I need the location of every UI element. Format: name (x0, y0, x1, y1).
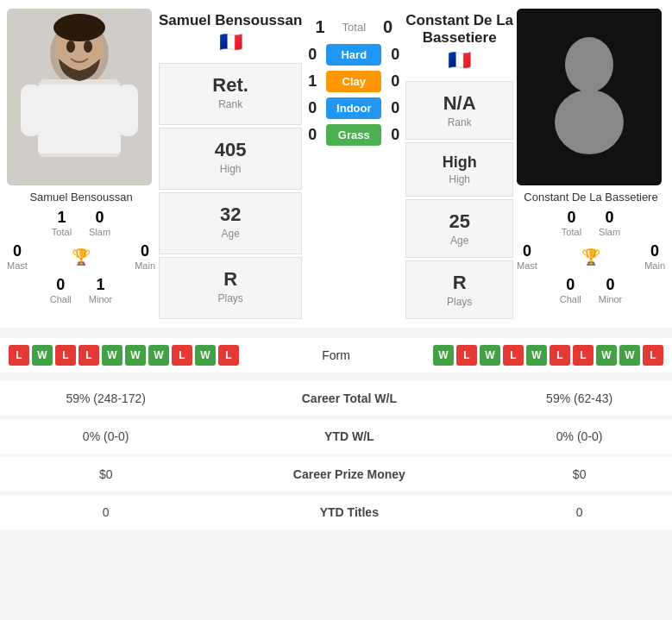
player1-top-stats: 1 Total 0 Slam (7, 209, 155, 237)
player1-minor-stat: 1 Minor (89, 276, 113, 304)
player1-age-lbl: Age (166, 228, 294, 240)
player1-trophy: 🏆 (72, 242, 91, 271)
player2-photo-col: Constant De La Bassetiere 0 Total 0 Slam… (517, 9, 665, 319)
form-badge-w: W (433, 345, 454, 366)
p1-titles: 0 (0, 493, 211, 529)
titles-row: 0 YTD Titles 0 (0, 493, 672, 529)
form-badge-w: W (480, 345, 500, 366)
player2-photo (517, 9, 662, 185)
player2-mast-stat: 0 Mast (517, 242, 537, 271)
player2-mast-lbl: Mast (517, 260, 537, 271)
player2-slam-lbl: Slam (599, 227, 620, 237)
prize-label: Career Prize Money (211, 455, 487, 493)
form-badge-w: W (619, 345, 640, 366)
hard-btn[interactable]: Hard (326, 44, 381, 66)
form-badge-l: L (550, 345, 570, 366)
player2-rank-lbl: Rank (413, 116, 506, 128)
clay-row: 1 Clay 0 (305, 71, 402, 92)
indoor-row: 0 Indoor 0 (305, 97, 402, 119)
svg-point-11 (565, 37, 613, 92)
clay-p1: 1 (305, 72, 319, 91)
player1-photo (7, 9, 152, 185)
player1-slam-val: 0 (89, 209, 110, 227)
form-badge-w: W (526, 345, 547, 366)
player2-flag: 🇫🇷 (405, 49, 513, 72)
player2-age-val: 25 (413, 210, 506, 233)
player1-flag: 🇫🇷 (159, 31, 302, 53)
player1-photo-col: Samuel Bensoussan 1 Total 0 Slam 0 Mast … (7, 9, 155, 319)
player1-plays-box: R Plays (159, 257, 302, 319)
player2-plays-box: R Plays (405, 260, 513, 319)
player2-caption: Constant De La Bassetiere (517, 191, 665, 204)
player1-total-val: 1 (52, 209, 72, 227)
player1-main-val: 0 (135, 242, 155, 260)
player1-mid-stats: Samuel Bensoussan 🇫🇷 Ret. Rank 405 High … (159, 9, 302, 319)
clay-p2: 0 (388, 72, 402, 91)
player2-age-box: 25 Age (405, 199, 513, 258)
form-badge-l: L (503, 345, 524, 366)
player1-caption: Samuel Bensoussan (7, 191, 155, 204)
player2-minor-stat: 0 Minor (599, 276, 623, 304)
clay-btn[interactable]: Clay (326, 71, 381, 92)
player2-name: Constant De La Bassetiere (405, 12, 513, 47)
player2-total-val: 0 (562, 209, 581, 227)
player2-total-lbl: Total (562, 227, 581, 237)
total-label-center: Total (342, 21, 366, 34)
ytd-wl-label: YTD W/L (211, 417, 487, 455)
player2-minor-val: 0 (599, 276, 623, 294)
trophy2-icon: 🏆 (581, 247, 600, 266)
form-badge-l: L (55, 345, 76, 366)
player1-total-stat: 1 Total (52, 209, 72, 237)
form-badge-l: L (573, 345, 593, 366)
player2-total-stat: 0 Total (562, 209, 581, 237)
trophy-icon: 🏆 (72, 247, 91, 266)
player2-rank-val: N/A (413, 92, 506, 115)
player2-plays-val: R (413, 272, 506, 294)
form-badge-w: W (102, 345, 122, 366)
player2-main-lbl: Main (644, 260, 665, 271)
indoor-btn[interactable]: Indoor (326, 97, 381, 119)
player2-main-stat: 0 Main (644, 242, 665, 271)
p1-prize: $0 (0, 455, 211, 493)
player1-chall-val: 0 (50, 276, 72, 294)
form-badge-w: W (596, 345, 617, 366)
p1-total-wl: 59% (248-172) (0, 379, 211, 417)
grass-btn[interactable]: Grass (326, 124, 381, 146)
player2-minor-lbl: Minor (599, 294, 623, 304)
player2-slam-val: 0 (599, 209, 620, 227)
player2-chall-val: 0 (560, 276, 581, 294)
form-section: LWLLWWWLWL Form WLWLWLLWWL (0, 333, 672, 373)
player1-mast-stat: 0 Mast (7, 242, 28, 271)
player1-name: Samuel Bensoussan (159, 12, 302, 29)
player2-main-val: 0 (644, 242, 665, 260)
total-wl-label: Career Total W/L (211, 379, 487, 417)
p1-ytd-wl: 0% (0-0) (0, 417, 211, 455)
form-badge-l: L (218, 345, 239, 366)
player2-high-val: High (413, 153, 506, 172)
career-total-wl-row: 59% (248-172) Career Total W/L 59% (62-4… (0, 379, 672, 417)
player2-trophy: 🏆 (581, 242, 600, 271)
player2-rank-box: N/A Rank (405, 81, 513, 140)
hard-row: 0 Hard 0 (305, 44, 402, 66)
career-stats-table: 59% (248-172) Career Total W/L 59% (62-4… (0, 378, 672, 529)
player1-high-val: 405 (166, 139, 294, 161)
player1-rank-box: Ret. Rank (159, 63, 302, 125)
player1-high-box: 405 High (159, 128, 302, 190)
player1-mast-val: 0 (7, 242, 28, 260)
player2-chall-lbl: Chall (560, 294, 581, 304)
player1-plays-val: R (166, 268, 294, 291)
p2-total-wl: 59% (62-43) (487, 379, 672, 417)
player1-form: LWLLWWWLWL (9, 345, 239, 366)
hard-p2: 0 (388, 46, 402, 64)
p2-total-center: 0 (383, 17, 393, 37)
svg-point-4 (66, 41, 75, 53)
p2-ytd-wl: 0% (0-0) (487, 417, 672, 455)
total-label: Total (342, 21, 366, 34)
player2-mid-stats: Constant De La Bassetiere 🇫🇷 N/A Rank Hi… (405, 9, 513, 319)
total-row: 1 Total 0 (315, 9, 393, 44)
indoor-p1: 0 (305, 99, 319, 117)
player1-chall-lbl: Chall (50, 294, 72, 304)
form-badge-w: W (195, 345, 216, 366)
player2-slam-stat: 0 Slam (599, 209, 620, 237)
player1-bot-stats: 0 Mast 🏆 0 Main (7, 242, 155, 271)
